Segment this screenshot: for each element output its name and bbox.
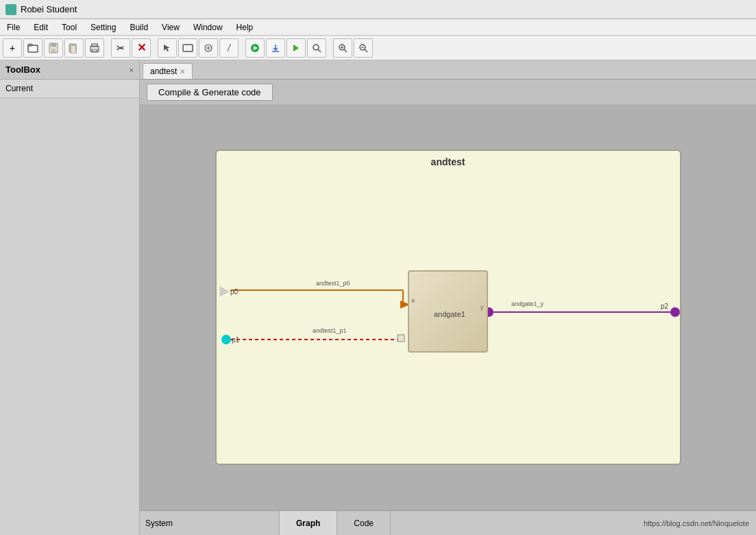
compile-button[interactable]: Compile & Generate code <box>147 84 273 101</box>
sidebar-close-button[interactable]: × <box>130 66 134 74</box>
content-area: andtest ✕ Compile & Generate code andtes… <box>140 60 756 535</box>
svg-point-41 <box>670 307 680 317</box>
sidebar: ToolBox × Current <box>0 60 140 535</box>
svg-text:andtest1_p0: andtest1_p0 <box>316 280 350 287</box>
wire-button[interactable]: / <box>219 38 239 58</box>
bottom-bar: System Graph Code https://blog.csdn.net/… <box>140 510 756 535</box>
svg-marker-17 <box>293 45 299 51</box>
cut-button[interactable]: ✂ <box>111 38 130 58</box>
tab-andtest[interactable]: andtest ✕ <box>143 63 193 79</box>
print-button[interactable] <box>85 38 104 58</box>
search-button[interactable] <box>307 38 326 58</box>
run-button[interactable] <box>245 38 265 58</box>
tab-bar: andtest ✕ <box>140 60 756 80</box>
app-title: Robei Student <box>21 4 77 14</box>
status-url: https://blog.csdn.net/Ninquelote <box>644 519 749 527</box>
title-bar: Robei Student <box>0 0 756 19</box>
svg-rect-31 <box>398 335 404 342</box>
menu-window[interactable]: Window <box>186 21 230 34</box>
bottom-left-system: System <box>140 511 280 535</box>
menu-build[interactable]: Build <box>123 21 155 34</box>
menu-view[interactable]: View <box>155 21 186 34</box>
svg-point-18 <box>313 45 319 50</box>
bottom-tab-code[interactable]: Code <box>337 511 391 535</box>
menu-tool[interactable]: Tool <box>55 21 84 34</box>
bottom-tab-graph[interactable]: Graph <box>280 511 337 535</box>
new-button[interactable]: + <box>3 38 22 58</box>
open-button[interactable] <box>23 38 42 58</box>
tab-label: andtest <box>150 67 177 76</box>
menu-bar: File Edit Tool Setting Build View Window… <box>0 19 756 36</box>
svg-rect-10 <box>183 45 193 51</box>
save-all-button[interactable] <box>64 38 84 58</box>
menu-edit[interactable]: Edit <box>27 21 55 34</box>
select-button[interactable] <box>158 38 177 58</box>
module-button[interactable] <box>178 38 197 58</box>
menu-setting[interactable]: Setting <box>84 21 123 34</box>
diagram-title: andtest <box>217 151 680 170</box>
menu-help[interactable]: Help <box>230 21 260 34</box>
compile-bar: Compile & Generate code <box>140 80 756 104</box>
sidebar-current: Current <box>0 80 139 98</box>
svg-text:p1: p1 <box>232 336 240 344</box>
svg-marker-33 <box>400 300 410 309</box>
toolbox-title: ToolBox <box>5 64 40 75</box>
diagram-canvas[interactable]: andtest andtest1_p0 <box>215 150 681 465</box>
sidebar-header: ToolBox × <box>0 60 139 80</box>
save-button[interactable] <box>44 38 63 58</box>
svg-point-38 <box>221 335 231 344</box>
svg-line-21 <box>344 49 347 52</box>
play-button[interactable] <box>286 38 306 58</box>
svg-text:p0: p0 <box>230 288 239 296</box>
download-button[interactable] <box>266 38 285 58</box>
probe-button[interactable] <box>199 38 218 58</box>
svg-line-19 <box>318 49 321 52</box>
status-bar: https://blog.csdn.net/Ninquelote <box>391 519 756 527</box>
app-icon <box>5 4 16 15</box>
diagram-svg: andtest1_p0 andtest1_p1 <box>217 151 680 464</box>
canvas-area: andtest andtest1_p0 <box>140 104 756 510</box>
bottom-tabs: Graph Code <box>280 511 391 535</box>
svg-rect-3 <box>51 43 56 47</box>
main-area: ToolBox × Current andtest ✕ Compile & Ge… <box>0 60 756 535</box>
system-label: System <box>140 519 173 528</box>
toolbar: + ✂ ✕ / <box>0 36 756 60</box>
tab-close-button[interactable]: ✕ <box>180 68 185 75</box>
svg-text:a: a <box>411 297 415 304</box>
svg-line-25 <box>365 49 367 52</box>
svg-rect-6 <box>71 45 76 54</box>
menu-file[interactable]: File <box>0 21 27 34</box>
svg-rect-4 <box>51 49 56 52</box>
svg-text:andgate1_y: andgate1_y <box>511 300 544 307</box>
sidebar-content <box>0 98 139 535</box>
zoom-in-button[interactable] <box>333 38 352 58</box>
zoom-out-button[interactable] <box>354 38 373 58</box>
svg-text:andgate1: andgate1 <box>434 310 465 318</box>
svg-text:p2: p2 <box>661 302 669 310</box>
svg-rect-8 <box>92 44 97 47</box>
svg-text:y: y <box>480 304 484 311</box>
svg-rect-43 <box>409 271 487 352</box>
svg-point-40 <box>484 307 493 317</box>
close-red-button[interactable]: ✕ <box>132 38 151 58</box>
svg-text:andtest1_p1: andtest1_p1 <box>313 327 347 334</box>
svg-marker-36 <box>220 287 229 296</box>
